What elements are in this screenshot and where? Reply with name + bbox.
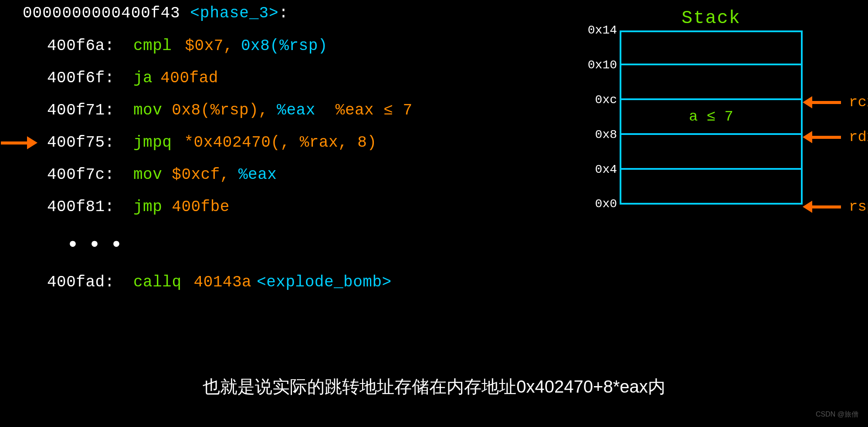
operand: 400fbe xyxy=(172,198,230,216)
stack-pointer-arrow: rcx xyxy=(803,94,868,111)
stack-diagram: Stack 0x140x100xca ≤ 7rcx0x8rdx0x40x0rsp xyxy=(576,8,803,205)
stack-cell xyxy=(620,30,803,65)
instruction-line: 400f6a:cmpl$0x7,0x8(%rsp) xyxy=(23,37,480,54)
instruction-mnemonic: callq xyxy=(133,273,182,291)
instruction-line: 400f6f:ja400fad xyxy=(23,69,480,87)
caption-text: 也就是说实际的跳转地址存储在内存地址0x402470+8*eax内 xyxy=(0,375,868,399)
stack-cell xyxy=(620,135,803,170)
instruction-mnemonic: mov xyxy=(133,166,162,184)
instruction-addr: 400f71: xyxy=(47,101,121,119)
instruction-addr: 400f6a: xyxy=(47,37,121,55)
instruction-mnemonic: cmpl xyxy=(133,37,172,55)
ellipsis: ••• xyxy=(66,233,480,258)
operand: 0x8(%rsp), xyxy=(172,101,268,119)
operand: %eax ≤ 7 xyxy=(336,101,413,119)
stack-offset-label: 0x10 xyxy=(576,58,620,72)
watermark: CSDN @旅僧 xyxy=(816,410,858,419)
current-line-arrow xyxy=(1,134,40,151)
register-label: rsp xyxy=(849,198,868,215)
operand: <explode_bomb> xyxy=(257,273,391,291)
stack-cell-value: a ≤ 7 xyxy=(689,108,733,125)
operand: $0xcf, xyxy=(172,166,230,184)
instruction-addr: 400f6f: xyxy=(47,69,121,87)
register-label: rcx xyxy=(849,94,868,111)
stack-offset-label: 0x8 xyxy=(576,128,620,141)
stack-offset-label: 0xc xyxy=(576,93,620,107)
stack-offset-label: 0x4 xyxy=(576,163,620,176)
operand: 40143a xyxy=(194,273,252,291)
stack-offset-label: 0x0 xyxy=(573,197,617,211)
operand: %eax xyxy=(277,101,315,119)
operand: %eax xyxy=(238,166,277,184)
stack-cell xyxy=(620,65,803,100)
stack-pointer-arrow: rsp xyxy=(803,198,868,215)
stack-pointer-arrow: rdx xyxy=(803,129,868,145)
operand: 400fad xyxy=(160,69,218,87)
register-label: rdx xyxy=(849,129,868,145)
instruction-mnemonic: jmp xyxy=(133,198,162,216)
instruction-mnemonic: jmpq xyxy=(133,134,172,151)
stack-offset-label: 0x14 xyxy=(576,24,620,37)
stack-cell xyxy=(620,170,803,205)
instruction-mnemonic: ja xyxy=(133,69,153,87)
header-colon: : xyxy=(279,4,289,22)
disassembly-area: 0000000000400f43 <phase_3>: 400f6a:cmpl$… xyxy=(23,4,480,291)
instruction-mnemonic: mov xyxy=(133,101,162,119)
instruction-line: 400f71:mov0x8(%rsp),%eax%eax ≤ 7 xyxy=(23,101,480,119)
instruction-addr: 400fad: xyxy=(47,273,121,291)
operand: 0x8(%rsp) xyxy=(241,37,328,55)
stack-row: 0x40x0rsp xyxy=(576,170,803,205)
instruction-addr: 400f81: xyxy=(47,198,121,216)
header-label: <phase_3> xyxy=(190,4,278,22)
operand: $0x7, xyxy=(185,37,233,55)
instruction-addr: 400f7c: xyxy=(47,166,121,184)
instruction-line: 400f81:jmp400fbe xyxy=(23,198,480,215)
function-header: 0000000000400f43 <phase_3>: xyxy=(23,4,480,22)
header-addr: 0000000000400f43 xyxy=(23,4,190,22)
operand: *0x402470(, %rax, 8) xyxy=(184,134,376,151)
stack-title: Stack xyxy=(620,8,803,29)
instruction-addr: 400f75: xyxy=(47,134,121,151)
stack-cell: a ≤ 7 xyxy=(620,100,803,135)
instruction-line: 400f75:jmpq*0x402470(, %rax, 8) xyxy=(23,134,480,151)
instruction-line: 400fad: callq 40143a<explode_bomb> xyxy=(23,273,480,291)
instruction-line: 400f7c:mov$0xcf,%eax xyxy=(23,166,480,183)
